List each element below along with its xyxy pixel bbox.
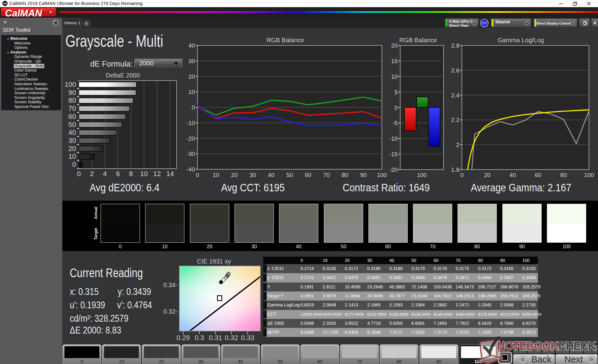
svg-text:70: 70	[323, 172, 330, 178]
svg-text:40: 40	[188, 42, 195, 49]
svg-text:0: 0	[394, 105, 398, 111]
svg-text:20: 20	[188, 73, 195, 80]
svg-text:Gamma Log/Log: Gamma Log/Log	[498, 37, 544, 44]
svg-text:14: 14	[166, 170, 174, 178]
svg-text:10: 10	[140, 170, 148, 178]
svg-text:12: 12	[153, 170, 161, 178]
svg-text:0: 0	[460, 172, 464, 178]
svg-text:RGB Balance: RGB Balance	[399, 37, 437, 44]
svg-text:0: 0	[72, 161, 76, 168]
svg-text:20: 20	[391, 42, 398, 49]
svg-text:50: 50	[286, 172, 293, 178]
svg-text:80: 80	[69, 96, 76, 104]
svg-text:0: 0	[196, 172, 199, 178]
svg-text:100: 100	[417, 172, 427, 178]
svg-text:10: 10	[188, 89, 195, 95]
svg-text:20: 20	[231, 172, 238, 178]
svg-text:CIE 1931 xy: CIE 1931 xy	[197, 258, 231, 265]
svg-text:RGB Balance: RGB Balance	[266, 37, 304, 44]
svg-text:30: 30	[188, 58, 195, 64]
svg-text:2.8: 2.8	[451, 42, 459, 49]
svg-text:0: 0	[192, 104, 195, 111]
svg-text:2.6: 2.6	[451, 67, 459, 74]
svg-text:-10: -10	[187, 120, 195, 126]
svg-text:NOTEBOOK: NOTEBOOK	[497, 339, 558, 352]
svg-text:-20: -20	[187, 135, 195, 142]
svg-text:-15: -15	[389, 151, 398, 157]
svg-text:100: 100	[64, 81, 76, 88]
svg-text:100: 100	[377, 172, 387, 178]
svg-text:60: 60	[305, 172, 311, 178]
svg-text:-5: -5	[392, 120, 398, 126]
svg-text:-20: -20	[389, 166, 398, 173]
svg-text:10: 10	[213, 172, 219, 178]
svg-text:90: 90	[360, 172, 367, 178]
svg-text:20: 20	[484, 172, 491, 178]
svg-text:DeltaE 2000: DeltaE 2000	[106, 72, 140, 79]
svg-text:80: 80	[560, 172, 567, 178]
svg-text:237: 237	[482, 21, 487, 25]
svg-text:50: 50	[69, 121, 76, 128]
svg-text:0.34-: 0.34-	[163, 282, 178, 288]
svg-text:70: 70	[69, 105, 76, 112]
svg-text:-10: -10	[389, 135, 398, 142]
svg-text:20: 20	[69, 145, 76, 152]
svg-text:10: 10	[69, 152, 76, 160]
svg-text:90: 90	[69, 89, 76, 96]
svg-text:0.32-: 0.32-	[163, 308, 178, 315]
svg-text:2: 2	[90, 170, 94, 178]
svg-text:4: 4	[103, 170, 107, 178]
svg-text:30: 30	[249, 172, 256, 178]
svg-text:5: 5	[394, 89, 398, 96]
svg-text:10: 10	[391, 73, 398, 80]
svg-text:2: 2	[456, 142, 459, 148]
svg-text:2.4: 2.4	[451, 92, 460, 99]
svg-text:1.8: 1.8	[451, 166, 459, 173]
svg-text:100: 100	[584, 172, 594, 178]
svg-text:15: 15	[391, 58, 398, 64]
svg-text:-40: -40	[187, 166, 195, 173]
svg-text:60: 60	[535, 172, 541, 178]
svg-text:40: 40	[69, 128, 76, 136]
svg-text:60: 60	[69, 113, 76, 120]
svg-text:CHECK: CHECK	[558, 339, 596, 352]
svg-text:-30: -30	[187, 151, 195, 157]
svg-text:0: 0	[77, 170, 81, 178]
svg-text:2.2: 2.2	[451, 117, 459, 123]
svg-text:80: 80	[342, 172, 348, 178]
svg-text:40: 40	[510, 172, 516, 178]
svg-text:30: 30	[69, 137, 76, 144]
svg-text:8: 8	[129, 170, 133, 178]
svg-text:CM: CM	[3, 2, 7, 5]
svg-text:6: 6	[116, 170, 120, 178]
svg-text:40: 40	[268, 172, 274, 178]
